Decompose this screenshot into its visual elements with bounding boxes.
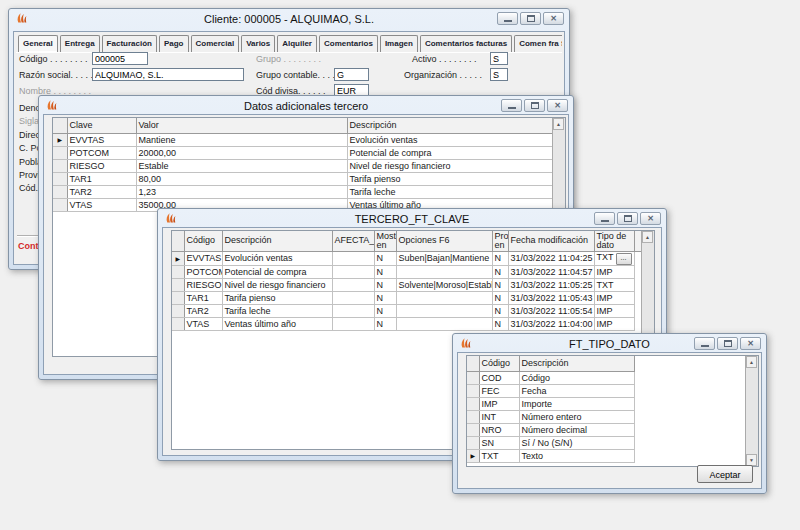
- table-cell[interactable]: Suben|Bajan|Mantiene: [396, 251, 492, 265]
- table-cell[interactable]: COD: [479, 371, 519, 384]
- scroll-up-icon[interactable]: ▲: [642, 231, 653, 243]
- table-cell[interactable]: IMP: [594, 265, 634, 278]
- row-selector[interactable]: [172, 291, 184, 304]
- tab-comentarios-facturas[interactable]: Comentarios facturas: [420, 35, 512, 52]
- table-row[interactable]: NRONúmero decimal: [467, 423, 634, 436]
- table-cell[interactable]: EVVTAS: [184, 251, 222, 265]
- table-cell[interactable]: SN: [479, 436, 519, 449]
- active-row-marker[interactable]: ▶: [172, 251, 184, 265]
- table-cell[interactable]: Potencial de compra: [347, 146, 553, 159]
- tab-comentarios[interactable]: Comentarios: [319, 35, 378, 52]
- tab-general[interactable]: General: [18, 35, 58, 52]
- grupo-contable-input[interactable]: [334, 68, 369, 81]
- table-cell[interactable]: N: [374, 278, 396, 291]
- table-cell[interactable]: RIESGO: [184, 278, 222, 291]
- column-header[interactable]: AFECTA_A: [332, 231, 374, 251]
- column-header[interactable]: Fecha modificación: [508, 231, 594, 251]
- active-row-marker[interactable]: ▶: [467, 449, 479, 462]
- table-cell[interactable]: N: [374, 251, 396, 265]
- table-cell[interactable]: Tarifa pienso: [222, 291, 332, 304]
- table-row[interactable]: RIESGONivel de riesgo financieroNSolvent…: [172, 278, 642, 291]
- row-selector[interactable]: [467, 436, 479, 449]
- titlebar[interactable]: Cliente: 000005 - ALQUIMAO, S.L. ✕: [9, 9, 569, 29]
- table-row[interactable]: SNSí / No (S/N): [467, 436, 634, 449]
- table-cell[interactable]: [396, 265, 492, 278]
- table-cell[interactable]: N: [492, 265, 508, 278]
- tab-entrega[interactable]: Entrega: [60, 35, 100, 52]
- table-cell[interactable]: 80,00: [136, 172, 347, 185]
- scroll-up-icon[interactable]: ▲: [553, 118, 564, 130]
- table-cell[interactable]: [332, 317, 374, 330]
- vertical-scrollbar[interactable]: ▲ ▼: [745, 356, 758, 466]
- table-cell[interactable]: [332, 291, 374, 304]
- table-cell[interactable]: Tarifa pienso: [347, 172, 553, 185]
- table-row[interactable]: TAR21,23Tarifa leche: [53, 185, 553, 198]
- table-cell[interactable]: [332, 251, 374, 265]
- table-cell[interactable]: IMP: [479, 397, 519, 410]
- table-cell[interactable]: TXT: [594, 278, 634, 291]
- table-row[interactable]: ▶TXTTexto: [467, 449, 634, 462]
- row-selector[interactable]: [172, 265, 184, 278]
- table-cell[interactable]: INT: [479, 410, 519, 423]
- table-row[interactable]: VTASVentas último añoNN31/03/2022 11:04:…: [172, 317, 642, 330]
- table-cell[interactable]: Número decimal: [519, 423, 634, 436]
- tab-comen-fra-sps-factoring[interactable]: Comen fra SPS factoring: [514, 35, 562, 52]
- table-cell[interactable]: [332, 278, 374, 291]
- row-selector[interactable]: [172, 317, 184, 330]
- table-cell[interactable]: NRO: [479, 423, 519, 436]
- table-row[interactable]: FECFecha: [467, 384, 634, 397]
- maximize-button[interactable]: [617, 212, 638, 225]
- table-cell[interactable]: N: [374, 265, 396, 278]
- column-header[interactable]: Propio en: [492, 231, 508, 251]
- minimize-button[interactable]: [497, 12, 518, 25]
- table-cell[interactable]: Nivel de riesgo financiero: [222, 278, 332, 291]
- table-cell[interactable]: 31/03/2022 11:05:54: [508, 304, 594, 317]
- codigo-input[interactable]: [92, 52, 148, 65]
- table-cell[interactable]: Nivel de riesgo financiero: [347, 159, 553, 172]
- table-row[interactable]: IMPImporte: [467, 397, 634, 410]
- tab-alquiler[interactable]: Alquiler: [277, 35, 317, 52]
- table-cell[interactable]: Texto: [519, 449, 634, 462]
- row-selector[interactable]: [53, 198, 67, 211]
- table-cell[interactable]: N: [374, 304, 396, 317]
- tab-pago[interactable]: Pago: [159, 35, 189, 52]
- table-cell[interactable]: Evolución ventas: [347, 133, 553, 146]
- table-cell[interactable]: IMP: [594, 304, 634, 317]
- table-cell[interactable]: TAR2: [67, 185, 136, 198]
- maximize-button[interactable]: [520, 12, 541, 25]
- table-cell[interactable]: Número entero: [519, 410, 634, 423]
- table-row[interactable]: ▶EVVTASMantieneEvolución ventas: [53, 133, 553, 146]
- table-row[interactable]: POTCOM20000,00Potencial de compra: [53, 146, 553, 159]
- close-button[interactable]: ✕: [547, 99, 568, 112]
- table-cell[interactable]: 1,23: [136, 185, 347, 198]
- table-cell[interactable]: RIESGO: [67, 159, 136, 172]
- active-row-marker[interactable]: ▶: [53, 133, 67, 146]
- table-cell[interactable]: IMP: [594, 291, 634, 304]
- table-cell[interactable]: N: [492, 317, 508, 330]
- row-selector[interactable]: [53, 172, 67, 185]
- table-cell[interactable]: Tarifa leche: [347, 185, 553, 198]
- table-row[interactable]: TAR180,00Tarifa pienso: [53, 172, 553, 185]
- table-cell[interactable]: TAR2: [184, 304, 222, 317]
- table-row[interactable]: RIESGOEstableNivel de riesgo financiero: [53, 159, 553, 172]
- table-cell[interactable]: Tarifa leche: [222, 304, 332, 317]
- table-cell[interactable]: [396, 304, 492, 317]
- table-cell[interactable]: [332, 265, 374, 278]
- table-cell[interactable]: TAR1: [184, 291, 222, 304]
- column-header[interactable]: Tipo de dato: [594, 231, 634, 251]
- table-cell[interactable]: 31/03/2022 11:04:25: [508, 251, 594, 265]
- table-cell[interactable]: 31/03/2022 11:04:00: [508, 317, 594, 330]
- column-header[interactable]: Código: [479, 356, 519, 371]
- titlebar[interactable]: TERCERO_FT_CLAVE ✕: [158, 209, 666, 229]
- table-cell[interactable]: Evolución ventas: [222, 251, 332, 265]
- table-cell[interactable]: Estable: [136, 159, 347, 172]
- table-cell[interactable]: N: [374, 291, 396, 304]
- table-row[interactable]: POTCOMPotencial de compraNN31/03/2022 11…: [172, 265, 642, 278]
- table-cell[interactable]: 31/03/2022 11:05:25: [508, 278, 594, 291]
- row-selector[interactable]: [53, 159, 67, 172]
- table-cell[interactable]: 31/03/2022 11:04:57: [508, 265, 594, 278]
- row-selector[interactable]: [172, 304, 184, 317]
- table-cell[interactable]: POTCOM: [184, 265, 222, 278]
- column-header[interactable]: Clave: [67, 118, 136, 133]
- table-cell[interactable]: Ventas último año: [222, 317, 332, 330]
